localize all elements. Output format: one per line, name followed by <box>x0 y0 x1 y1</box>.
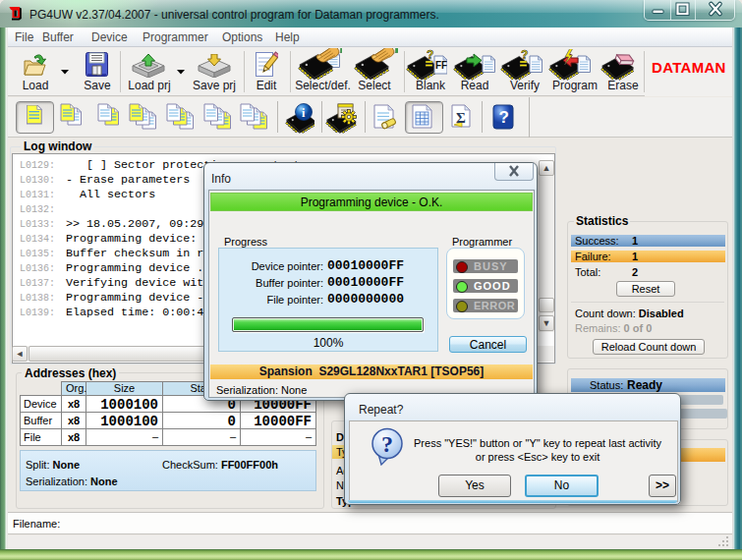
svg-text:?: ? <box>381 431 393 457</box>
svg-text:?: ? <box>521 49 528 62</box>
svg-text:FF: FF <box>435 60 447 71</box>
svg-text:Σ: Σ <box>456 110 466 126</box>
svg-text:?: ? <box>499 108 509 127</box>
svg-text:?: ? <box>427 49 433 62</box>
